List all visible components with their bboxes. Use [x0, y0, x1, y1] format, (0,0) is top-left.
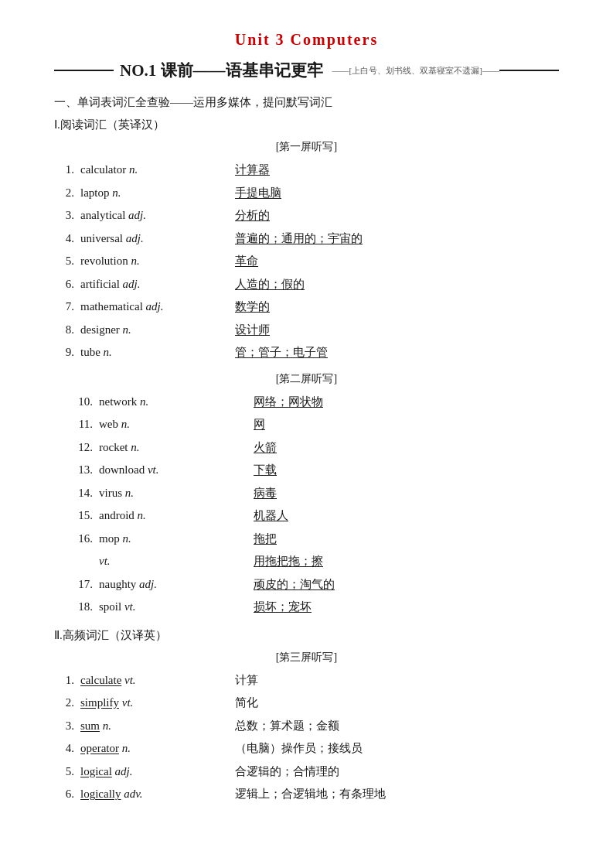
word-num: 4. — [54, 737, 77, 760]
word-num: 2. — [54, 182, 77, 205]
word-num: 15. — [54, 504, 96, 528]
table-row: 15. android n. 机器人 — [54, 504, 559, 528]
word-num: 2. — [54, 692, 77, 715]
word-num: 10. — [54, 391, 96, 414]
unit-title: Unit 3 Computers — [54, 31, 559, 49]
table-row: 13. download vt. 下载 — [54, 459, 559, 482]
header-line-right — [499, 70, 559, 71]
freq-vocab-title: Ⅱ.高频词汇（汉译英） — [54, 628, 559, 643]
word-zh: 革命 — [232, 250, 559, 273]
word-zh: 下载 — [250, 459, 559, 482]
word-en: spoil vt. — [96, 596, 250, 619]
table-row: 6. logically adv. 逻辑上；合逻辑地；有条理地 — [54, 783, 559, 806]
table-row: 4. universal adj. 普遍的；通用的；宇宙的 — [54, 227, 559, 251]
word-num: 6. — [54, 273, 77, 296]
no1-note: ——[上白号、划书线、双基寝室不遗漏]—— — [329, 65, 499, 77]
word-zh: 网络；网状物 — [250, 391, 559, 414]
word-en: analytical adj. — [77, 204, 232, 227]
table-row: vt. 用拖把拖；擦 — [54, 550, 559, 573]
word-zh: 机器人 — [250, 504, 559, 528]
table-row: 11. web n. 网 — [54, 413, 559, 436]
word-zh: 数学的 — [232, 296, 559, 319]
word-zh: 计算 — [232, 669, 559, 692]
word-num: 11. — [54, 413, 96, 436]
word-en: network n. — [96, 391, 250, 414]
table-row: 1. calculator n. 计算器 — [54, 159, 559, 182]
word-num: 7. — [54, 296, 77, 319]
listen-label-2: [第二屏听写] — [54, 372, 559, 386]
word-en: tube n. — [77, 341, 232, 364]
word-num: 8. — [54, 319, 77, 342]
word-zh: 设计师 — [232, 319, 559, 342]
word-en: laptop n. — [77, 182, 232, 205]
table-row: 12. rocket n. 火箭 — [54, 436, 559, 460]
word-num: 3. — [54, 204, 77, 227]
listen-label-3: [第三屏听写] — [54, 651, 559, 665]
table-row: 3. analytical adj. 分析的 — [54, 204, 559, 227]
table-row: 16. mop n. 拖把 — [54, 528, 559, 551]
intro-text: 一、单词表词汇全查验——运用多媒体，提问默写词汇 — [54, 95, 559, 110]
table-row: 14. virus n. 病毒 — [54, 482, 559, 505]
table-row: 2. simplify vt. 简化 — [54, 692, 559, 715]
reading-vocab-title: Ⅰ.阅读词汇（英译汉） — [54, 118, 559, 132]
word-en: calculate vt. — [77, 669, 232, 692]
word-zh: 损坏；宠坏 — [250, 596, 559, 619]
word-zh: 管；管子；电子管 — [232, 341, 559, 364]
table-row: 5. logical adj. 合逻辑的；合情理的 — [54, 760, 559, 784]
word-num: 6. — [54, 783, 77, 806]
word-zh: 用拖把拖；擦 — [250, 550, 559, 573]
word-en: mop n. — [96, 528, 250, 551]
table-row: 1. calculate vt. 计算 — [54, 669, 559, 692]
table-row: 4. operator n. （电脑）操作员；接线员 — [54, 737, 559, 760]
word-zh: 顽皮的；淘气的 — [250, 573, 559, 596]
word-en: logically adv. — [77, 783, 232, 806]
section-header: NO.1 课前——语基串记更牢 ——[上白号、划书线、双基寝室不遗漏]—— — [54, 60, 559, 81]
word-zh: 合逻辑的；合情理的 — [232, 760, 559, 784]
word-en: operator n. — [77, 737, 232, 760]
word-num: 16. — [54, 528, 96, 551]
word-zh: 计算器 — [232, 159, 559, 182]
word-en: designer n. — [77, 319, 232, 342]
table-row: 3. sum n. 总数；算术题；金额 — [54, 715, 559, 738]
table-row: 8. designer n. 设计师 — [54, 319, 559, 342]
word-zh: 拖把 — [250, 528, 559, 551]
word-num: 5. — [54, 760, 77, 784]
word-num: 13. — [54, 459, 96, 482]
no1-title: NO.1 课前——语基串记更牢 — [114, 60, 329, 81]
word-zh: 简化 — [232, 692, 559, 715]
word-zh: 人造的；假的 — [232, 273, 559, 296]
word-num — [54, 550, 96, 573]
word-en: download vt. — [96, 459, 250, 482]
word-zh: 手提电脑 — [232, 182, 559, 205]
word-zh: 逻辑上；合逻辑地；有条理地 — [232, 783, 559, 806]
table-row: 17. naughty adj. 顽皮的；淘气的 — [54, 573, 559, 596]
reading-vocab-table-2: 10. network n. 网络；网状物 11. web n. 网 12. r… — [54, 391, 559, 619]
word-en: web n. — [96, 413, 250, 436]
table-row: 2. laptop n. 手提电脑 — [54, 182, 559, 205]
word-num: 1. — [54, 159, 77, 182]
table-row: 18. spoil vt. 损坏；宠坏 — [54, 596, 559, 619]
word-en: universal adj. — [77, 227, 232, 251]
word-en: artificial adj. — [77, 273, 232, 296]
header-line-left — [54, 70, 114, 71]
word-num: 18. — [54, 596, 96, 619]
reading-vocab-table-1: 1. calculator n. 计算器 2. laptop n. 手提电脑 3… — [54, 159, 559, 364]
word-num: 4. — [54, 227, 77, 251]
word-en: sum n. — [77, 715, 232, 738]
word-zh: 火箭 — [250, 436, 559, 460]
word-num: 1. — [54, 669, 77, 692]
word-num: 9. — [54, 341, 77, 364]
table-row: 7. mathematical adj. 数学的 — [54, 296, 559, 319]
word-en: calculator n. — [77, 159, 232, 182]
word-zh: 病毒 — [250, 482, 559, 505]
word-en: logical adj. — [77, 760, 232, 784]
table-row: 6. artificial adj. 人造的；假的 — [54, 273, 559, 296]
word-en: simplify vt. — [77, 692, 232, 715]
word-zh: 总数；算术题；金额 — [232, 715, 559, 738]
word-num: 14. — [54, 482, 96, 505]
word-en: revolution n. — [77, 250, 232, 273]
word-zh: （电脑）操作员；接线员 — [232, 737, 559, 760]
word-en: vt. — [96, 550, 250, 573]
freq-vocab-table: 1. calculate vt. 计算 2. simplify vt. 简化 3… — [54, 669, 559, 806]
word-en: android n. — [96, 504, 250, 528]
